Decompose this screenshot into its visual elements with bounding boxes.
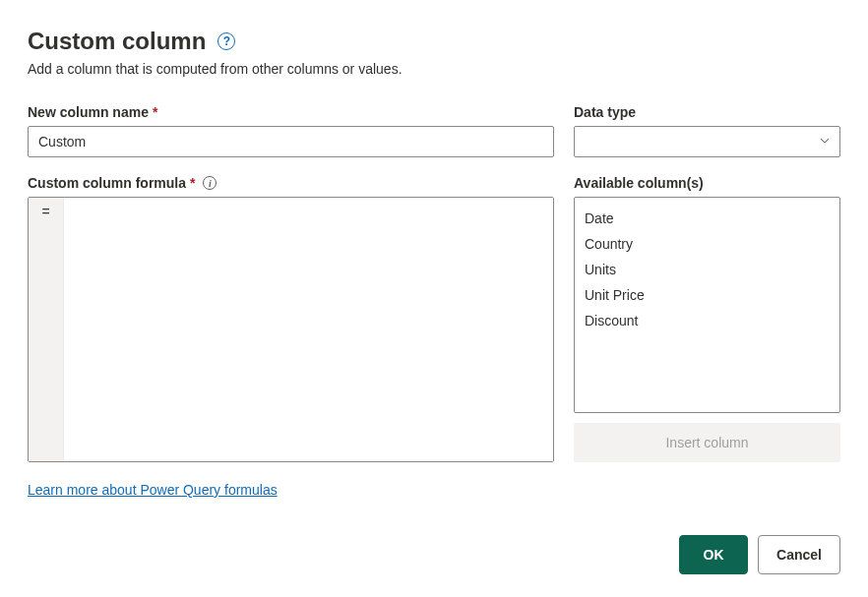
learn-more-link[interactable]: Learn more about Power Query formulas <box>28 482 278 498</box>
data-type-label: Data type <box>574 104 840 120</box>
required-indicator: * <box>153 104 157 120</box>
list-item[interactable]: Units <box>585 257 830 282</box>
available-columns-list: Date Country Units Unit Price Discount <box>574 197 840 413</box>
info-icon[interactable]: i <box>203 176 217 190</box>
column-name-label: New column name * <box>28 104 554 120</box>
insert-column-button[interactable]: Insert column <box>574 423 840 462</box>
data-type-select[interactable] <box>574 126 840 157</box>
required-indicator: * <box>190 175 195 191</box>
ok-button[interactable]: OK <box>679 535 748 574</box>
list-item[interactable]: Date <box>585 206 830 231</box>
dialog-footer: OK Cancel <box>28 535 840 574</box>
list-item[interactable]: Discount <box>585 308 830 333</box>
formula-label-text: Custom column formula <box>28 175 186 191</box>
dialog-subtitle: Add a column that is computed from other… <box>28 61 840 77</box>
cancel-button[interactable]: Cancel <box>758 535 840 574</box>
formula-gutter: = <box>29 198 64 461</box>
list-item[interactable]: Country <box>585 231 830 257</box>
top-fields-row: New column name * Data type <box>28 104 840 157</box>
help-icon[interactable]: ? <box>217 32 235 50</box>
data-type-label-text: Data type <box>574 104 636 120</box>
column-name-input[interactable] <box>28 126 554 157</box>
formula-label: Custom column formula * i <box>28 175 554 191</box>
list-item[interactable]: Unit Price <box>585 282 830 308</box>
column-name-label-text: New column name <box>28 104 149 120</box>
available-columns-label-text: Available column(s) <box>574 175 704 191</box>
formula-row: Custom column formula * i = Learn more a… <box>28 175 840 498</box>
formula-textarea[interactable] <box>64 198 553 461</box>
dialog-header: Custom column ? <box>28 28 840 55</box>
dialog-title: Custom column <box>28 28 206 55</box>
available-columns-label: Available column(s) <box>574 175 840 191</box>
formula-editor: = <box>28 197 554 462</box>
